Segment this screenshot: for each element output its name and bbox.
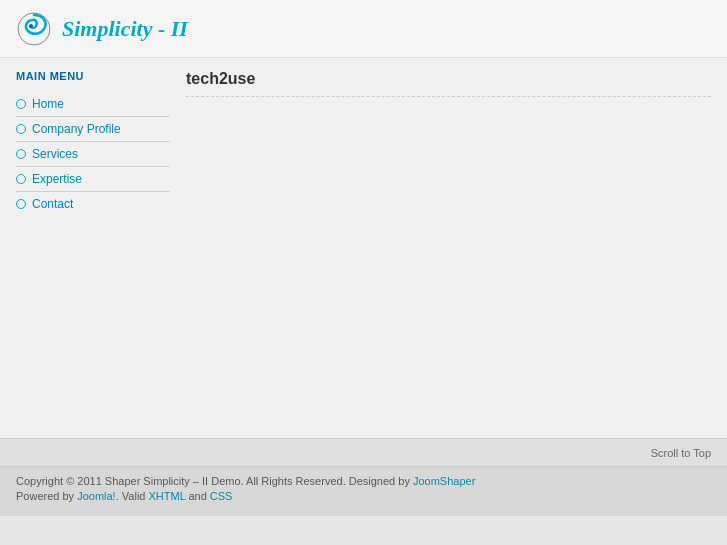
menu-bullet-icon bbox=[16, 174, 26, 184]
nav-expertise[interactable]: Expertise bbox=[32, 172, 82, 186]
menu-bullet-icon bbox=[16, 199, 26, 209]
footer-copyright: Copyright © 2011 Shaper Simplicity – II … bbox=[0, 466, 727, 516]
menu-bullet-icon bbox=[16, 124, 26, 134]
joomshaper-link[interactable]: JoomShaper bbox=[413, 475, 475, 487]
list-item: Company Profile bbox=[16, 117, 170, 142]
footer-bar: Scroll to Top bbox=[0, 438, 727, 466]
list-item: Expertise bbox=[16, 167, 170, 192]
menu-bullet-icon bbox=[16, 99, 26, 109]
scroll-to-top-link[interactable]: Scroll to Top bbox=[651, 447, 711, 459]
nav-services[interactable]: Services bbox=[32, 147, 78, 161]
sidebar: MAIN MENU Home Company Profile Services … bbox=[0, 58, 170, 438]
main-wrapper: MAIN MENU Home Company Profile Services … bbox=[0, 58, 727, 438]
menu-list: Home Company Profile Services Expertise … bbox=[16, 92, 170, 216]
xhtml-link[interactable]: XHTML bbox=[149, 490, 186, 502]
nav-company-profile[interactable]: Company Profile bbox=[32, 122, 121, 136]
copyright-text: Copyright © 2011 Shaper Simplicity – II … bbox=[16, 475, 711, 487]
content-title: tech2use bbox=[186, 70, 711, 97]
joomla-link[interactable]: Joomla! bbox=[77, 490, 116, 502]
svg-point-1 bbox=[29, 24, 33, 28]
nav-contact[interactable]: Contact bbox=[32, 197, 73, 211]
powered-text: Powered by Joomla!. Valid XHTML and CSS bbox=[16, 490, 711, 502]
header: Simplicity - II bbox=[0, 0, 727, 58]
nav-home[interactable]: Home bbox=[32, 97, 64, 111]
logo-icon bbox=[16, 11, 52, 47]
below-footer bbox=[0, 516, 727, 545]
menu-title: MAIN MENU bbox=[16, 70, 170, 82]
css-link[interactable]: CSS bbox=[210, 490, 233, 502]
list-item: Contact bbox=[16, 192, 170, 216]
list-item: Services bbox=[16, 142, 170, 167]
menu-bullet-icon bbox=[16, 149, 26, 159]
main-content: tech2use bbox=[170, 58, 727, 438]
list-item: Home bbox=[16, 92, 170, 117]
logo-text: Simplicity - II bbox=[62, 16, 188, 42]
